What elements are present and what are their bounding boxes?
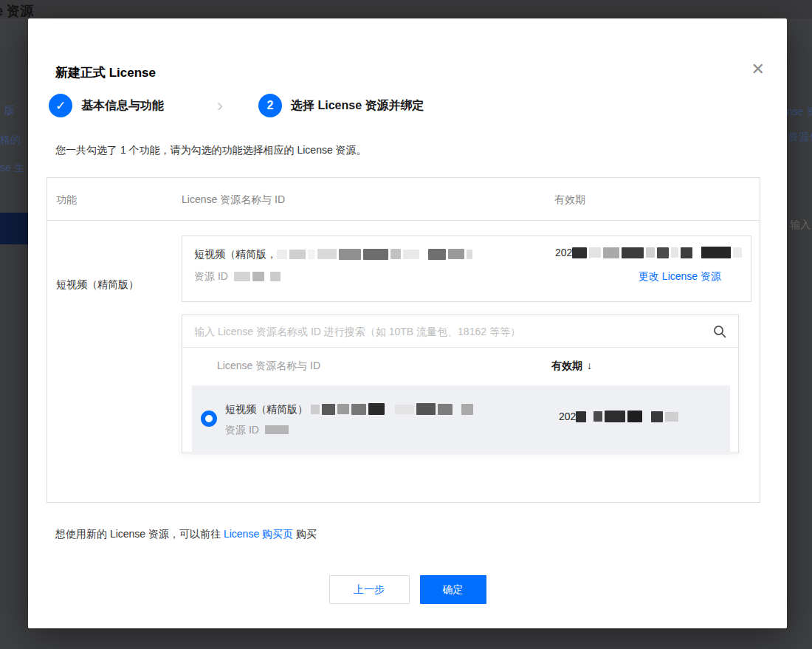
backdrop-right-fragment: 资源包 — [788, 131, 812, 144]
search-icon[interactable] — [713, 325, 726, 338]
change-license-link[interactable]: 更改 License 资源 — [639, 270, 721, 284]
redacted-resource-id — [234, 270, 283, 282]
option-name-text: 短视频（精简版） — [225, 403, 308, 415]
step1-label: 基本信息与功能 — [81, 98, 164, 114]
option-resource-name: 短视频（精简版） — [225, 403, 475, 416]
backdrop-page-title: License 资源 — [0, 2, 33, 20]
option-validity: 202 — [559, 411, 681, 423]
confirm-button[interactable]: 确定 — [420, 575, 486, 604]
binding-table: 功能 License 资源名称与 ID 有效期 短视频（精简版） 短视频（精简版… — [47, 177, 760, 503]
binding-table-header: 功能 License 资源名称与 ID 有效期 — [47, 178, 760, 221]
dialog-actions: 上一步 确定 — [28, 575, 787, 604]
step2-label: 选择 License 资源并绑定 — [291, 98, 424, 114]
picker-column-validity-sort[interactable]: 有效期↓ — [551, 360, 592, 373]
feature-name: 短视频（精简版） — [56, 278, 139, 292]
purchase-note: 想使用新的 License 资源，可以前往 License 购买页 购买 — [55, 528, 317, 541]
redacted-validity-date — [572, 247, 744, 258]
option-resource-id: 资源 ID — [225, 424, 291, 437]
validity-date-text: 202 — [555, 247, 572, 258]
backdrop-left-fragment: 格的 — [0, 134, 21, 147]
close-icon[interactable]: ✕ — [751, 61, 765, 78]
step-description: 您一共勾选了 1 个功能，请为勾选的功能选择相应的 License 资源。 — [55, 144, 367, 157]
create-license-dialog: 新建正式 License ✕ ✓ 基本信息与功能 › 2 选择 License … — [28, 18, 787, 628]
selected-resource-name-text: 短视频（精简版， — [194, 248, 277, 260]
radio-selected-icon[interactable] — [201, 411, 217, 427]
step2-number: 2 — [258, 94, 282, 117]
selected-resource-id: 资源 ID — [194, 270, 283, 284]
step1-check-icon: ✓ — [49, 94, 72, 117]
selected-resource-validity: 202 — [555, 247, 744, 259]
option-id-label: 资源 ID — [225, 424, 259, 436]
step-indicator: ✓ 基本信息与功能 › 2 选择 License 资源并绑定 — [49, 94, 424, 117]
sort-desc-icon: ↓ — [587, 360, 592, 371]
picker-column-resource: License 资源名称与 ID — [217, 360, 320, 373]
backdrop-left-fragment: 版 — [4, 104, 15, 117]
column-header-resource: License 资源名称与 ID — [182, 193, 285, 207]
resource-picker-panel: License 资源名称与 ID 有效期↓ 短视频（精简版） 资源 ID 202 — [182, 315, 739, 453]
option-date-text: 202 — [559, 411, 576, 422]
selected-resource-card: 短视频（精简版， 资源 ID 202 更改 License 资源 — [182, 236, 751, 302]
previous-step-button[interactable]: 上一步 — [329, 575, 410, 604]
redacted-option-id — [265, 424, 291, 436]
license-purchase-link[interactable]: License 购买页 — [224, 528, 293, 540]
resource-search-input[interactable] — [182, 315, 738, 347]
resource-id-label: 资源 ID — [194, 270, 228, 282]
backdrop-left-fragment: se 生 — [0, 162, 24, 175]
backdrop-right-fragment: nse 资 — [787, 106, 812, 119]
redacted-resource-name — [277, 248, 475, 260]
purchase-note-prefix: 想使用新的 License 资源，可以前往 — [55, 528, 224, 540]
purchase-note-suffix: 购买 — [293, 528, 317, 540]
backdrop-dimmed-button — [0, 213, 28, 244]
column-header-validity: 有效期 — [554, 193, 585, 207]
backdrop-topbar: License 资源 — [0, 0, 812, 18]
picker-search-row — [182, 315, 738, 348]
resource-option-row[interactable]: 短视频（精简版） 资源 ID 202 — [192, 385, 730, 452]
picker-table-header: License 资源名称与 ID 有效期↓ — [182, 348, 738, 385]
dialog-title: 新建正式 License — [55, 64, 156, 81]
selected-resource-name: 短视频（精简版， — [194, 248, 475, 261]
backdrop-right-fragment-input: 输入 — [790, 219, 811, 232]
chevron-right-icon: › — [217, 94, 223, 117]
redacted-option-name — [311, 403, 475, 415]
redacted-option-date — [576, 411, 681, 422]
column-header-feature: 功能 — [56, 193, 77, 207]
picker-validity-label: 有效期 — [551, 360, 582, 371]
